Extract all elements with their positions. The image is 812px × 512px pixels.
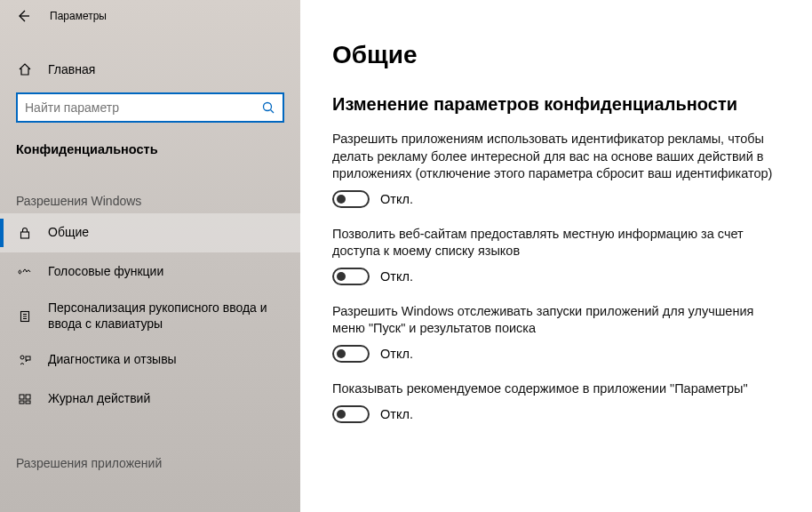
home-label: Главная (48, 62, 95, 76)
titlebar: Параметры (0, 0, 300, 32)
toggle-state-label: Откл. (380, 347, 413, 361)
toggle-suggested-content[interactable] (332, 405, 370, 423)
setting-suggested-content: Показывать рекомендуемое содержимое в пр… (332, 380, 780, 423)
setting-description: Разрешить Windows отслеживать запуски пр… (332, 303, 780, 338)
speech-icon (16, 265, 34, 279)
setting-description: Позволить веб-сайтам предоставлять местн… (332, 226, 780, 260)
setting-description: Показывать рекомендуемое содержимое в пр… (332, 380, 780, 398)
svg-point-0 (264, 103, 272, 111)
sidebar-item-general[interactable]: Общие (0, 213, 300, 252)
svg-rect-1 (21, 232, 29, 238)
svg-rect-6 (26, 395, 30, 399)
sidebar-item-label: Журнал действий (48, 391, 159, 407)
sidebar-item-diagnostics[interactable]: Диагностика и отзывы (0, 340, 300, 380)
clipboard-icon (16, 309, 34, 324)
sidebar-item-label: Голосовые функции (48, 264, 172, 280)
sidebar-item-label: Диагностика и отзывы (48, 352, 186, 368)
search-input[interactable] (25, 100, 261, 115)
sidebar-item-inking[interactable]: Персонализация рукописного ввода и ввода… (0, 292, 300, 340)
arrow-left-icon (16, 9, 30, 23)
setting-advertising-id: Разрешить приложениям использовать идент… (332, 131, 780, 208)
svg-rect-8 (26, 401, 30, 404)
setting-language-list: Позволить веб-сайтам предоставлять местн… (332, 226, 780, 285)
sidebar-item-activity-history[interactable]: Журнал действий (0, 380, 300, 419)
toggle-app-launch[interactable] (332, 345, 370, 363)
page-title: Общие (332, 41, 780, 69)
search-icon (261, 100, 275, 115)
main-content: Общие Изменение параметров конфиденциаль… (300, 0, 812, 512)
sidebar-item-label: Общие (48, 225, 98, 241)
history-icon (16, 392, 34, 406)
feedback-icon (16, 353, 34, 367)
svg-rect-4 (26, 356, 30, 360)
group-app-permissions: Разрешения приложений (0, 419, 300, 476)
sidebar: Параметры Главная Конфиденциальность Раз… (0, 0, 300, 512)
toggle-state-label: Откл. (380, 407, 413, 421)
home-nav[interactable]: Главная (0, 57, 300, 82)
sidebar-item-speech[interactable]: Голосовые функции (0, 252, 300, 292)
svg-point-3 (20, 356, 24, 359)
toggle-advertising-id[interactable] (332, 190, 370, 208)
lock-icon (16, 226, 34, 240)
toggle-state-label: Откл. (380, 269, 413, 284)
page-subtitle: Изменение параметров конфиденциальности (332, 94, 780, 115)
window-title: Параметры (50, 10, 107, 22)
setting-app-launch: Разрешить Windows отслеживать запуски пр… (332, 303, 780, 363)
home-icon (16, 62, 34, 76)
back-button[interactable] (12, 5, 34, 27)
setting-description: Разрешить приложениям использовать идент… (332, 131, 780, 183)
toggle-language-list[interactable] (332, 268, 370, 285)
svg-rect-7 (20, 401, 24, 404)
toggle-state-label: Откл. (380, 192, 413, 206)
search-input-box[interactable] (16, 92, 284, 123)
group-windows-permissions: Разрешения Windows (0, 156, 300, 213)
section-title: Конфиденциальность (0, 123, 300, 156)
sidebar-item-label: Персонализация рукописного ввода и ввода… (48, 300, 300, 332)
svg-rect-5 (20, 395, 24, 399)
